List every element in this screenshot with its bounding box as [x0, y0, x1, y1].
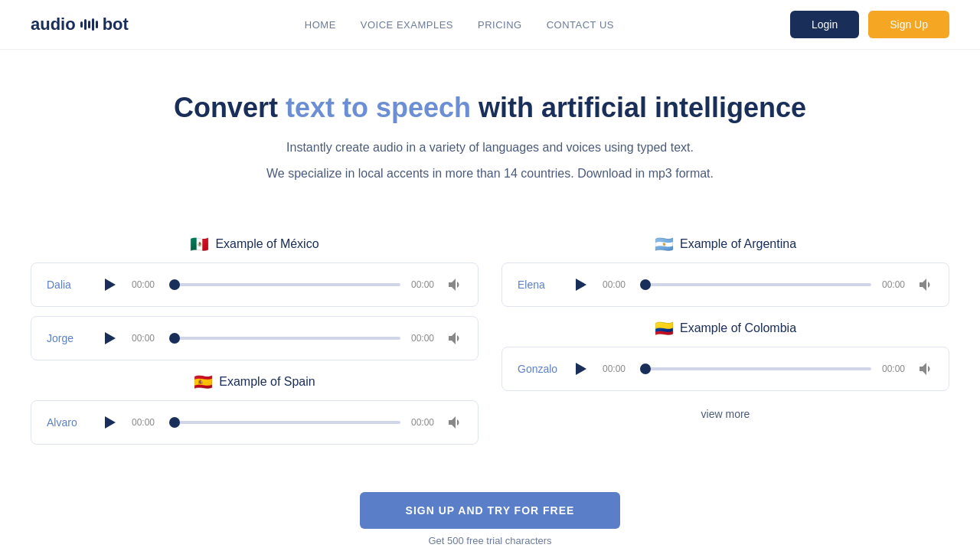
spain-title-text: Example of Spain: [219, 375, 315, 389]
spain-title: 🇪🇸 Example of Spain: [31, 373, 479, 391]
headline-highlight: text to speech: [286, 92, 471, 123]
dalia-card: Dalia 00:00 00:00: [31, 262, 479, 307]
headline-suffix: with artificial intelligence: [471, 92, 806, 123]
alvaro-time-end: 00:00: [411, 417, 438, 428]
gonzalo-card: Gonzalo 00:00 00:00: [501, 347, 949, 391]
elena-card: Elena 00:00 00:00: [501, 262, 949, 307]
mexico-flag: 🇲🇽: [190, 235, 209, 253]
cta-sub-text: Get 500 free trial characters: [31, 535, 949, 546]
jorge-volume-button[interactable]: [449, 332, 462, 344]
jorge-time-start: 00:00: [132, 333, 158, 344]
elena-progress-thumb: [640, 279, 651, 290]
mexico-section: 🇲🇽 Example of México Dalia 00:00 00:00: [31, 235, 479, 360]
view-more-link[interactable]: view more: [501, 400, 949, 420]
jorge-play-button[interactable]: [100, 328, 121, 349]
elena-time-start: 00:00: [603, 279, 629, 290]
argentina-title: 🇦🇷 Example of Argentina: [501, 235, 949, 253]
nav-home[interactable]: HOME: [305, 19, 336, 31]
elena-name: Elena: [518, 279, 560, 291]
volume-icon: [449, 416, 462, 429]
gonzalo-name: Gonzalo: [518, 363, 560, 375]
alvaro-time-start: 00:00: [132, 417, 158, 428]
mexico-title: 🇲🇽 Example of México: [31, 235, 479, 253]
dalia-play-button[interactable]: [100, 274, 121, 295]
examples-left: 🇲🇽 Example of México Dalia 00:00 00:00: [31, 235, 479, 454]
gonzalo-time-start: 00:00: [603, 364, 629, 374]
dalia-progress-track[interactable]: [169, 283, 400, 286]
logo-text-1: audio: [31, 15, 76, 34]
jorge-progress-thumb: [169, 333, 180, 344]
cta-section: SIGN UP AND TRY FOR FREE Get 500 free tr…: [0, 469, 980, 551]
argentina-section: 🇦🇷 Example of Argentina Elena 00:00 00:0…: [501, 235, 949, 307]
gonzalo-time-end: 00:00: [882, 364, 909, 374]
volume-icon: [449, 279, 462, 291]
alvaro-card: Alvaro 00:00 00:00: [31, 400, 479, 445]
nav-pricing[interactable]: PRICING: [478, 19, 522, 31]
hero-subtitle2: We specialize in local accents in more t…: [31, 164, 949, 184]
colombia-title-text: Example of Colombia: [680, 321, 796, 335]
cta-button[interactable]: SIGN UP AND TRY FOR FREE: [360, 492, 621, 529]
examples-container: 🇲🇽 Example of México Dalia 00:00 00:00: [0, 212, 980, 469]
dalia-time-start: 00:00: [132, 279, 158, 290]
volume-icon: [920, 363, 933, 375]
dalia-volume-button[interactable]: [449, 279, 462, 291]
alvaro-volume-button[interactable]: [449, 416, 462, 429]
spain-flag: 🇪🇸: [194, 373, 213, 391]
colombia-flag: 🇨🇴: [655, 319, 674, 337]
hero-subtitle1: Instantly create audio in a variety of l…: [31, 138, 949, 158]
header-buttons: Login Sign Up: [790, 11, 949, 38]
alvaro-play-button[interactable]: [100, 412, 121, 433]
elena-volume-button[interactable]: [920, 279, 933, 291]
hero-headline: Convert text to speech with artificial i…: [31, 92, 949, 124]
logo-text-2: bot: [103, 15, 129, 34]
dalia-progress-thumb: [169, 279, 180, 290]
gonzalo-progress-track[interactable]: [640, 367, 871, 370]
signup-button[interactable]: Sign Up: [868, 11, 949, 38]
mexico-title-text: Example of México: [215, 237, 318, 251]
alvaro-progress-track[interactable]: [169, 421, 400, 424]
play-icon: [576, 363, 586, 375]
elena-time-end: 00:00: [882, 279, 909, 290]
headline-prefix: Convert: [174, 92, 286, 123]
examples-right: 🇦🇷 Example of Argentina Elena 00:00 00:0…: [501, 235, 949, 454]
login-button[interactable]: Login: [790, 11, 859, 38]
elena-play-button[interactable]: [570, 274, 592, 295]
volume-icon: [920, 279, 933, 291]
alvaro-name: Alvaro: [47, 416, 89, 429]
spain-section: 🇪🇸 Example of Spain Alvaro 00:00 00:00: [31, 373, 479, 445]
volume-icon: [449, 332, 462, 344]
jorge-time-end: 00:00: [411, 333, 438, 344]
play-icon: [105, 279, 116, 291]
jorge-name: Jorge: [47, 332, 89, 344]
play-icon: [576, 279, 586, 291]
logo-wave-icon: [80, 18, 98, 31]
main-nav: HOME VOICE EXAMPLES PRICING CONTACT US: [305, 19, 614, 31]
play-icon: [105, 332, 116, 344]
logo: audio bot: [31, 15, 129, 34]
jorge-card: Jorge 00:00 00:00: [31, 316, 479, 360]
gonzalo-volume-button[interactable]: [920, 363, 933, 375]
colombia-title: 🇨🇴 Example of Colombia: [501, 319, 949, 337]
elena-progress-track[interactable]: [640, 283, 871, 286]
alvaro-progress-thumb: [169, 417, 180, 428]
dalia-name: Dalia: [47, 279, 89, 291]
dalia-time-end: 00:00: [411, 279, 438, 290]
header: audio bot HOME VOICE EXAMPLES PRICING CO…: [0, 0, 980, 50]
nav-voice-examples[interactable]: VOICE EXAMPLES: [361, 19, 453, 31]
jorge-progress-track[interactable]: [169, 337, 400, 340]
gonzalo-play-button[interactable]: [570, 358, 592, 380]
argentina-flag: 🇦🇷: [655, 235, 674, 253]
gonzalo-progress-thumb: [640, 364, 651, 374]
colombia-section: 🇨🇴 Example of Colombia Gonzalo 00:00 00:…: [501, 319, 949, 391]
hero-section: Convert text to speech with artificial i…: [0, 50, 980, 212]
play-icon: [105, 416, 116, 429]
argentina-title-text: Example of Argentina: [680, 237, 796, 251]
nav-contact[interactable]: CONTACT US: [547, 19, 614, 31]
